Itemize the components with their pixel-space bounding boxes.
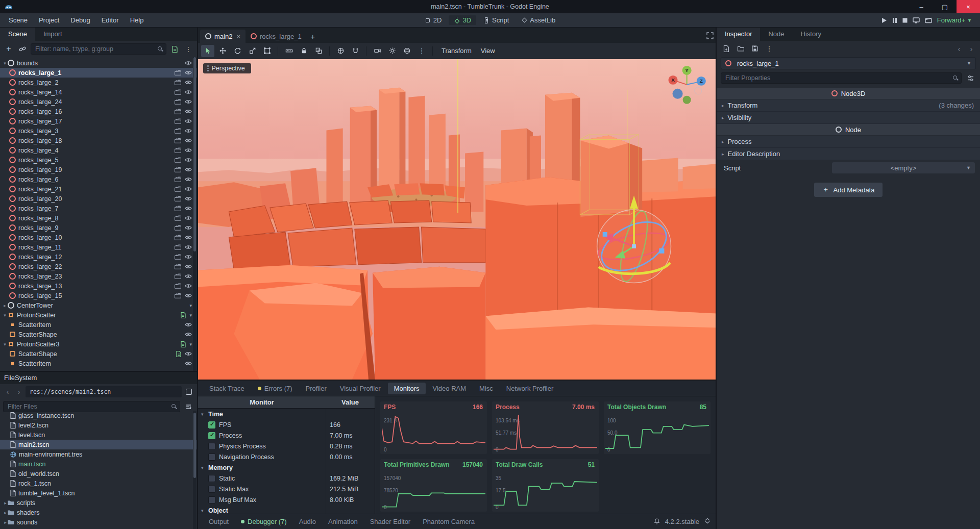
visibility-eye-icon[interactable] [185, 225, 192, 230]
inspector-section-row[interactable]: ▸ Process [717, 136, 980, 148]
visibility-eye-icon[interactable] [185, 138, 192, 143]
expand-arrow[interactable]: ▾ [0, 61, 8, 66]
file-row[interactable]: ▸ sounds [0, 517, 197, 527]
scene-instance-icon[interactable] [175, 157, 181, 163]
transform-tool-button[interactable] [260, 45, 274, 57]
tree-node-row[interactable]: ▸ CenterTower ▾ [0, 300, 197, 310]
history-forward-icon[interactable]: › [967, 44, 976, 53]
bottom-panel-button[interactable]: Phantom Camera [417, 516, 480, 527]
tree-node-row[interactable]: rocks_large_12 ▾ [0, 252, 197, 262]
tree-node-row[interactable]: rocks_large_5 ▾ [0, 155, 197, 165]
camera-preview-button[interactable] [371, 45, 384, 57]
maximize-button[interactable]: ▢ [933, 0, 957, 13]
scene-instance-icon[interactable] [175, 70, 181, 75]
play-button[interactable] [881, 17, 887, 23]
debugger-tab[interactable]: Profiler [300, 383, 333, 394]
menu-item[interactable]: Help [125, 13, 150, 28]
visibility-eye-icon[interactable] [185, 235, 192, 240]
tree-node-row[interactable]: rocks_large_6 ▾ [0, 174, 197, 184]
scene-instance-icon[interactable] [175, 254, 181, 260]
visibility-eye-icon[interactable] [185, 158, 192, 162]
debugger-tab[interactable]: Monitors [388, 383, 426, 394]
script-icon[interactable] [176, 351, 181, 357]
workspace-tab[interactable]: 3D [449, 15, 476, 25]
monitor-row[interactable]: FPS FPS 166 [198, 419, 375, 430]
debugger-tab[interactable]: Stack Trace [203, 383, 251, 394]
more-options-icon[interactable]: ⋮ [183, 43, 194, 55]
history-back-icon[interactable]: ‹ [3, 388, 12, 396]
tree-node-row[interactable]: rocks_large_11 ▾ [0, 242, 197, 252]
tree-node-row[interactable]: rocks_large_9 ▾ [0, 223, 197, 233]
workspace-tab[interactable]: AssetLib [516, 15, 560, 25]
bottom-panel-button[interactable]: Animation [323, 516, 363, 527]
tree-node-row[interactable]: rocks_large_19 ▾ [0, 165, 197, 174]
add-metadata-button[interactable]: ＋ Add Metadata [814, 183, 883, 197]
bottom-panel-button[interactable]: Shader Editor [364, 516, 416, 527]
menu-item[interactable]: Editor [96, 13, 125, 28]
tree-node-row[interactable]: rocks_large_7 ▾ [0, 204, 197, 213]
debugger-tab[interactable]: Visual Profiler [334, 383, 387, 394]
file-row[interactable]: level2.tscn [0, 420, 197, 430]
inspector-section-row[interactable]: ▸ Visibility [717, 112, 980, 124]
menu-item[interactable]: Scene [3, 13, 33, 28]
visibility-eye-icon[interactable] [185, 332, 192, 337]
monitor-row[interactable]: Static Static 169.2 MiB [198, 473, 375, 484]
tree-node-row[interactable]: ScatterItem ▾ [0, 359, 197, 368]
expand-arrow[interactable]: ▾ [0, 342, 8, 347]
monitor-row[interactable]: Physics Process Physics Process 0.28 ms [198, 441, 375, 451]
visibility-eye-icon[interactable] [185, 196, 192, 201]
perspective-menu[interactable]: Perspective [203, 63, 251, 73]
visibility-eye-icon[interactable] [185, 206, 192, 211]
visibility-eye-icon[interactable] [185, 80, 192, 85]
monitor-row[interactable]: Msg Buf Max Msg Buf Max 8.00 KiB [198, 494, 375, 505]
group-selected-button[interactable] [312, 45, 325, 57]
tree-node-row[interactable]: rocks_large_21 ▾ [0, 184, 197, 194]
scene-instance-icon[interactable] [175, 235, 181, 240]
file-row[interactable]: tumble_level_1.tscn [0, 488, 197, 498]
monitor-checkbox[interactable] [208, 454, 215, 461]
filter-sliders-icon[interactable] [965, 72, 976, 84]
script-icon[interactable] [181, 312, 186, 318]
movie-maker-button[interactable] [925, 17, 932, 23]
tree-node-row[interactable]: rocks_large_24 ▾ [0, 97, 197, 107]
scene-instance-icon[interactable] [175, 147, 181, 153]
ruler-tool-button[interactable] [282, 45, 296, 57]
new-resource-icon[interactable] [721, 43, 732, 54]
file-row[interactable]: level.tscn [0, 430, 197, 440]
visibility-eye-icon[interactable] [185, 99, 192, 104]
monitor-checkbox[interactable] [208, 443, 215, 450]
file-row[interactable]: main.tscn [0, 459, 197, 469]
debugger-tab[interactable]: Network Profiler [500, 383, 559, 394]
scale-tool-button[interactable] [246, 45, 259, 57]
chevron-down-icon[interactable]: ▾ [189, 313, 192, 318]
tree-node-row[interactable]: ScatterItem ▾ [0, 320, 197, 330]
close-button[interactable]: × [957, 0, 980, 13]
expand-arrow[interactable]: ▸ [0, 510, 8, 515]
scene-tab[interactable]: main2 × [200, 30, 246, 43]
tree-node-row[interactable]: rocks_large_22 ▾ [0, 262, 197, 271]
remote-debug-button[interactable] [913, 17, 920, 23]
load-resource-icon[interactable] [735, 43, 746, 54]
file-row[interactable]: main2.tscn [0, 440, 197, 449]
preview-environment-button[interactable] [400, 45, 413, 57]
scene-tree-scrollbar[interactable] [193, 57, 197, 371]
notification-bell-icon[interactable] [654, 518, 660, 526]
script-dropdown[interactable]: <empty> ▼ [832, 162, 975, 173]
expand-arrow[interactable]: ▸ [0, 520, 8, 525]
new-scene-tab-button[interactable]: + [307, 30, 319, 43]
section-arrow[interactable]: ▾ [201, 508, 208, 513]
section-arrow[interactable]: ▾ [201, 412, 208, 417]
chevron-down-icon[interactable]: ▾ [189, 342, 192, 347]
file-row[interactable]: rock_1.tscn [0, 478, 197, 488]
scene-instance-icon[interactable] [175, 89, 181, 95]
bottom-panel-button[interactable]: Debugger (7) [235, 516, 292, 527]
debugger-tab[interactable]: Video RAM [427, 383, 473, 394]
tree-node-row[interactable]: rocks_large_13 ▾ [0, 281, 197, 291]
inspector-section-row[interactable]: ▸ Transform (3 changes) [717, 99, 980, 112]
visibility-eye-icon[interactable] [185, 70, 192, 75]
file-row[interactable]: ▸ shaders [0, 508, 197, 517]
minimize-button[interactable]: – [910, 0, 933, 13]
visibility-eye-icon[interactable] [185, 61, 192, 65]
current-path[interactable]: res://scenes/main2.tscn [26, 386, 182, 397]
inspector-tab[interactable]: Node [760, 28, 792, 41]
